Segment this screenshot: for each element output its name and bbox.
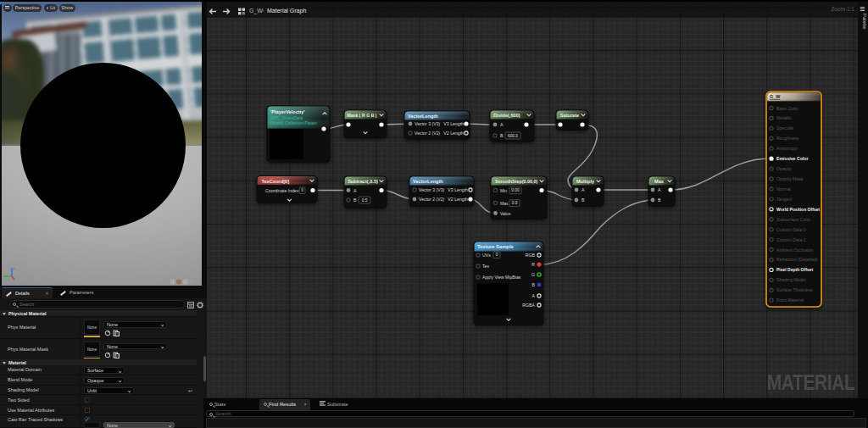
svg-text:Apply View MipBias: Apply View MipBias (482, 275, 521, 280)
svg-text:World Position Offset: World Position Offset (776, 207, 820, 212)
svg-text:UVs: UVs (482, 253, 491, 258)
svg-text:B: B (532, 282, 536, 287)
svg-text:Subtract(,0.5): Subtract(,0.5) (348, 179, 378, 184)
svg-text:Coordinate Index: Coordinate Index (265, 188, 299, 193)
svg-text:Vector 3 (V3): Vector 3 (V3) (415, 121, 441, 126)
svg-text:Divide(,600): Divide(,600) (493, 113, 520, 118)
svg-text:Max: Max (500, 201, 509, 206)
svg-text:Vector 2 (V2): Vector 2 (V2) (415, 131, 441, 136)
svg-text:RGB: RGB (526, 253, 536, 258)
svg-text:Opacity Mask: Opacity Mask (776, 176, 804, 181)
svg-text:Multiply: Multiply (576, 179, 595, 184)
svg-text:'PlayerVelocity': 'PlayerVelocity' (270, 109, 305, 114)
svg-text:V2 Length: V2 Length (443, 131, 464, 136)
svg-text:A: A (532, 293, 536, 298)
svg-text:Metallic: Metallic (776, 115, 792, 120)
svg-text:Saturate: Saturate (560, 113, 579, 118)
svg-text:Tangent: Tangent (776, 197, 793, 202)
svg-text:(float4) Collection Param: (float4) Collection Param (270, 120, 317, 125)
svg-text:Roughness: Roughness (776, 136, 799, 141)
svg-text:Ambient Occlusion: Ambient Occlusion (776, 247, 813, 253)
svg-text:SmoothStep(0.00,0): SmoothStep(0.00,0) (495, 179, 538, 184)
svg-text:Max: Max (654, 179, 665, 184)
svg-text:RGBA: RGBA (522, 303, 535, 308)
svg-text:0.00: 0.00 (511, 188, 520, 192)
svg-text:Texture Sample: Texture Sample (477, 244, 515, 249)
svg-text:Value: Value (500, 211, 511, 216)
svg-text:B: B (353, 197, 357, 203)
svg-text:Normal: Normal (776, 186, 791, 192)
svg-text:Subsurface Color: Subsurface Color (776, 217, 810, 222)
svg-text:0.5: 0.5 (362, 198, 368, 203)
svg-text:A: A (581, 187, 585, 192)
svg-text:Surface Thickness: Surface Thickness (776, 287, 813, 292)
svg-text:Specular: Specular (776, 125, 794, 131)
svg-text:0: 0 (301, 188, 303, 192)
svg-text:VectorLength: VectorLength (413, 179, 443, 184)
svg-text:Refraction (Disabled): Refraction (Disabled) (776, 257, 818, 262)
svg-text:B: B (658, 197, 661, 203)
svg-text:Emissive Color: Emissive Color (776, 156, 808, 161)
svg-text:TexCoord[0]: TexCoord[0] (262, 179, 290, 184)
svg-text:Min: Min (500, 188, 507, 193)
svg-text:Shading Model: Shading Model (776, 277, 806, 282)
svg-text:G: G (531, 272, 535, 277)
svg-text:Anisotropy: Anisotropy (776, 146, 798, 151)
svg-text:R: R (531, 262, 535, 267)
svg-text:Vector 3 (V3): Vector 3 (V3) (419, 187, 445, 192)
svg-text:A: A (658, 187, 661, 192)
svg-text:0: 0 (496, 253, 498, 257)
svg-text:600.0: 600.0 (508, 134, 518, 138)
svg-text:V3 Length: V3 Length (448, 187, 468, 192)
svg-text:Pixel Depth Offset: Pixel Depth Offset (776, 267, 813, 272)
svg-text:Custom Data 0: Custom Data 0 (776, 227, 806, 232)
svg-text:Base Color: Base Color (776, 106, 798, 111)
svg-text:Mask ( R G B ): Mask ( R G B ) (347, 113, 376, 118)
svg-text:VectorLength: VectorLength (408, 114, 438, 119)
svg-text:V3 Length: V3 Length (443, 121, 464, 126)
svg-text:0.0: 0.0 (512, 201, 518, 205)
svg-text:Front Material: Front Material (776, 297, 804, 303)
svg-text:B: B (500, 133, 504, 138)
svg-text:Vector 2 (V2): Vector 2 (V2) (419, 197, 445, 202)
svg-text:Opacity: Opacity (776, 166, 792, 171)
svg-text:Custom Data 1: Custom Data 1 (776, 237, 806, 242)
svg-text:B: B (581, 197, 585, 203)
svg-text:A: A (353, 188, 357, 193)
svg-text:A: A (500, 122, 504, 127)
svg-text:G_W: G_W (770, 94, 781, 99)
svg-text:Tex: Tex (482, 264, 489, 269)
svg-text:V2 Length: V2 Length (448, 197, 468, 202)
